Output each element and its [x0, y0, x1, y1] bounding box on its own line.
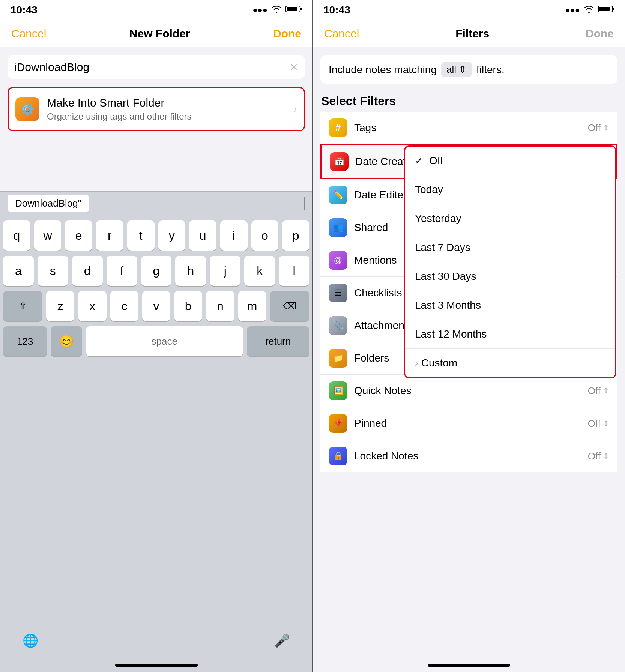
dropdown-item-last30[interactable]: Last 30 Days — [405, 262, 615, 291]
microphone-icon[interactable]: 🎤 — [274, 633, 290, 648]
filter-row-locked[interactable]: 🔒 Locked Notes Off ⇕ — [320, 440, 617, 472]
key-emoji[interactable]: 😊 — [51, 326, 82, 356]
date-edited-icon: ✏️ — [329, 186, 347, 204]
battery-icon-right — [598, 5, 614, 15]
nav-bar-right: Cancel Filters Done — [313, 20, 625, 47]
key-h[interactable]: h — [175, 256, 206, 286]
folder-name-field[interactable]: ✕ — [8, 56, 305, 79]
shared-icon: 👥 — [329, 218, 347, 237]
key-k[interactable]: k — [244, 256, 275, 286]
key-u[interactable]: u — [189, 220, 216, 250]
date-created-dropdown: Off Today Yesterday Last 7 Days Last 30 … — [404, 146, 616, 378]
clear-input-icon[interactable]: ✕ — [290, 61, 298, 74]
pinned-label: Pinned — [354, 417, 581, 429]
left-panel: 10:43 ●●● Cancel New Folder Done ✕ ⚙️ Ma… — [0, 0, 312, 672]
key-c[interactable]: c — [110, 291, 138, 321]
dropdown-item-off[interactable]: Off — [405, 147, 615, 176]
key-r[interactable]: r — [96, 220, 123, 250]
key-i[interactable]: i — [220, 220, 248, 250]
tags-icon: # — [329, 118, 347, 137]
keyboard-row-2: a s d f g h j k l — [3, 256, 309, 286]
key-o[interactable]: o — [251, 220, 279, 250]
globe-icon[interactable]: 🌐 — [23, 633, 38, 648]
locked-value: Off ⇕ — [588, 450, 609, 462]
done-button-right[interactable]: Done — [586, 27, 614, 40]
key-y[interactable]: y — [158, 220, 186, 250]
smart-folder-icon: ⚙️ — [15, 97, 39, 121]
key-g[interactable]: g — [141, 256, 172, 286]
key-n[interactable]: n — [206, 291, 234, 321]
pinned-chevron-icon: ⇕ — [603, 419, 609, 428]
smart-folder-text: Make Into Smart Folder Organize using ta… — [47, 96, 286, 122]
right-panel: 10:43 ●●● Cancel Filters Done Include no… — [313, 0, 625, 672]
dropdown-item-yesterday[interactable]: Yesterday — [405, 204, 615, 233]
attachments-icon: 📎 — [329, 316, 347, 335]
key-w[interactable]: w — [34, 220, 62, 250]
key-a[interactable]: a — [3, 256, 34, 286]
smart-folder-title: Make Into Smart Folder — [47, 96, 286, 109]
dropdown-item-today[interactable]: Today — [405, 176, 615, 204]
key-e[interactable]: e — [65, 220, 92, 250]
keyboard: q w e r t y u i o p a s d f g h j k l ⇧ … — [0, 215, 312, 628]
status-bar-right: 10:43 ●●● — [313, 0, 625, 20]
filter-row-date-created[interactable]: 📅 Date Created Off ⇕ Off Today Yesterday… — [320, 144, 617, 179]
tags-label: Tags — [354, 122, 581, 134]
dropdown-item-last7[interactable]: Last 7 Days — [405, 233, 615, 262]
filter-match-pill[interactable]: all ⇕ — [441, 62, 472, 77]
filter-row-quicknotes[interactable]: 🖼️ Quick Notes Off ⇕ — [320, 375, 617, 407]
dropdown-item-last12months[interactable]: Last 12 Months — [405, 320, 615, 349]
key-l[interactable]: l — [279, 256, 309, 286]
folder-name-input[interactable] — [14, 61, 285, 74]
status-icons-left: ●●● — [252, 5, 302, 15]
checklists-icon: ☰ — [329, 284, 347, 302]
filter-row-tags[interactable]: # Tags Off ⇕ — [320, 112, 617, 144]
nav-title-right: Filters — [455, 27, 489, 40]
key-m[interactable]: m — [238, 291, 266, 321]
key-f[interactable]: f — [107, 256, 137, 286]
key-s[interactable]: s — [38, 256, 68, 286]
key-v[interactable]: v — [142, 291, 170, 321]
key-space[interactable]: space — [86, 326, 243, 356]
time-left: 10:43 — [11, 4, 38, 16]
dropdown-item-custom[interactable]: › Custom — [405, 349, 615, 377]
nav-bar-left: Cancel New Folder Done — [0, 20, 312, 47]
signal-icon-right: ●●● — [565, 5, 580, 15]
time-right: 10:43 — [323, 4, 350, 16]
cancel-button-right[interactable]: Cancel — [324, 27, 359, 40]
quicknotes-chevron-icon: ⇕ — [603, 386, 609, 395]
smart-folder-row[interactable]: ⚙️ Make Into Smart Folder Organize using… — [8, 87, 305, 131]
done-button-left[interactable]: Done — [273, 27, 301, 40]
suggestion-cursor — [304, 197, 305, 210]
wifi-icon — [271, 5, 282, 15]
key-z[interactable]: z — [46, 291, 74, 321]
status-icons-right: ●●● — [565, 5, 614, 15]
locked-icon: 🔒 — [329, 447, 347, 465]
svg-rect-2 — [287, 7, 297, 11]
filter-match-value: all — [446, 64, 456, 75]
locked-label: Locked Notes — [354, 450, 581, 462]
smart-folder-chevron-icon: › — [294, 104, 297, 115]
keyboard-row-1: q w e r t y u i o p — [3, 220, 309, 250]
key-d[interactable]: d — [72, 256, 103, 286]
suggestion-bar: DownloadBlog" — [0, 191, 312, 215]
key-return[interactable]: return — [247, 326, 309, 356]
svg-rect-4 — [613, 8, 614, 10]
key-delete[interactable]: ⌫ — [270, 291, 309, 321]
key-j[interactable]: j — [210, 256, 240, 286]
battery-icon — [285, 5, 302, 15]
tags-value: Off ⇕ — [588, 122, 609, 134]
locked-chevron-icon: ⇕ — [603, 452, 609, 460]
cancel-button-left[interactable]: Cancel — [11, 27, 46, 40]
key-q[interactable]: q — [3, 220, 30, 250]
key-t[interactable]: t — [127, 220, 155, 250]
pill-chevron-icon: ⇕ — [458, 64, 467, 75]
key-num[interactable]: 123 — [3, 326, 47, 356]
folders-icon: 📁 — [329, 349, 347, 368]
filter-row-pinned[interactable]: 📌 Pinned Off ⇕ — [320, 407, 617, 440]
dropdown-item-last3months[interactable]: Last 3 Months — [405, 291, 615, 320]
mentions-icon: @ — [329, 251, 347, 270]
key-x[interactable]: x — [78, 291, 106, 321]
key-shift[interactable]: ⇧ — [3, 291, 42, 321]
key-b[interactable]: b — [174, 291, 202, 321]
key-p[interactable]: p — [282, 220, 309, 250]
